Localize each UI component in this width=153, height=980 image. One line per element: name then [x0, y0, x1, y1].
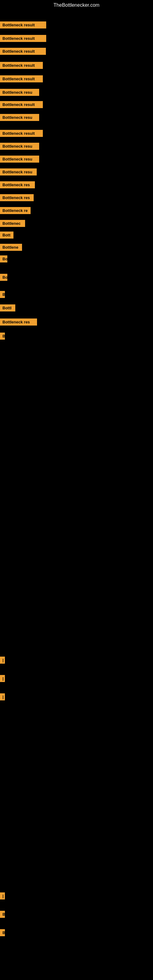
bottleneck-badge-21: B [0, 291, 5, 298]
bottleneck-badge-30: B [0, 929, 5, 936]
bottleneck-badge-26: | [0, 675, 5, 682]
bottleneck-badge-14: Bottleneck res [0, 194, 33, 201]
bottleneck-badge-2: Bottleneck result [0, 35, 46, 42]
bottleneck-badge-10: Bottleneck resu [0, 143, 39, 150]
bottleneck-badge-6: Bottleneck resu [0, 89, 39, 96]
bottleneck-badge-28: | [0, 892, 5, 899]
bottleneck-badge-29: B [0, 911, 5, 918]
bottleneck-badge-13: Bottleneck res [0, 181, 35, 188]
bottleneck-badge-22: Bottl [0, 304, 15, 312]
bottleneck-badge-16: Bottlenec [0, 220, 25, 227]
bottleneck-badge-17: Bott [0, 232, 13, 239]
bottleneck-badge-12: Bottleneck resu [0, 169, 37, 175]
bottleneck-badge-8: Bottleneck resu [0, 114, 39, 121]
bottleneck-badge-7: Bottleneck result [0, 101, 43, 108]
site-title: TheBottlenecker.com [0, 0, 153, 10]
bottleneck-badge-19: Bo [0, 255, 7, 262]
bottleneck-badge-5: Bottleneck result [0, 75, 43, 83]
bottleneck-badge-9: Bottleneck result [0, 130, 43, 137]
bottleneck-badge-27: | [0, 694, 5, 700]
bottleneck-badge-4: Bottleneck result [0, 62, 43, 69]
bottleneck-badge-20: Bo [0, 274, 7, 281]
bottleneck-badge-1: Bottleneck result [0, 21, 46, 29]
bottleneck-badge-3: Bottleneck result [0, 48, 46, 55]
bottleneck-badge-18: Bottlene [0, 244, 22, 251]
bottleneck-badge-23: Bottleneck res [0, 318, 37, 326]
bottleneck-badge-25: | [0, 657, 5, 663]
bottleneck-badge-24: B [0, 332, 5, 340]
bottleneck-badge-15: Bottleneck re [0, 207, 30, 214]
bottleneck-badge-11: Bottleneck resu [0, 156, 39, 162]
